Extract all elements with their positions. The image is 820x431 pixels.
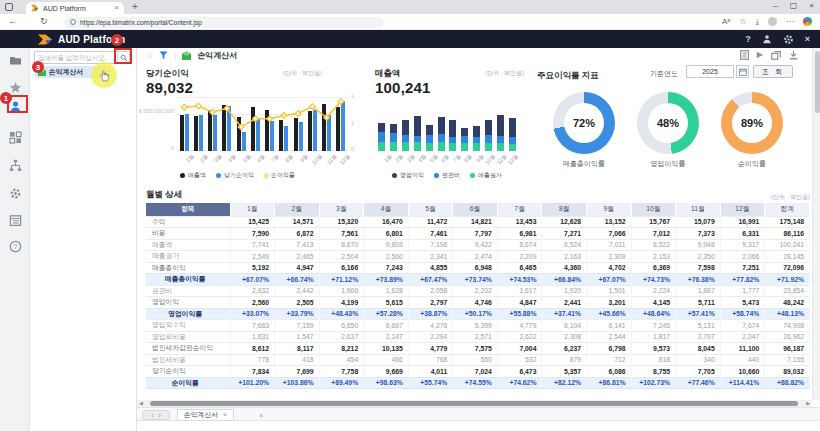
maximize-icon[interactable]: ▢ [790,1,798,10]
tab-next-icon[interactable]: › [159,412,161,419]
downloads-icon[interactable]: ⤓ [755,16,759,27]
매출액-bar [222,105,226,151]
scroll-right-icon[interactable]: ▶ [806,400,810,407]
help-icon[interactable]: ? [745,35,751,44]
bottom-tab-bar: ‹ › 손익계산서 × × [137,407,820,421]
close-all-tabs-icon[interactable]: × [259,412,263,420]
매출액-bar [194,116,198,151]
column-header: 9월 [587,203,632,216]
bar-group [320,104,334,151]
stacked-bar [414,116,421,151]
cell-value: +55.88% [497,308,542,320]
row-label: 매출총이익 [146,262,230,274]
read-aloud-icon[interactable]: Aᵃ [722,16,730,27]
report-tab-active[interactable]: 손익계산서 × [177,409,234,421]
cell-value: 16,470 [364,216,409,228]
cell-value: +74.53% [497,274,542,286]
copilot-icon[interactable] [803,17,812,26]
cell-value: 7,683 [230,320,275,332]
address-bar[interactable]: https://epa.bimatrix.com/portal/Content.… [64,17,384,28]
open-window-icon[interactable] [771,51,781,60]
browser-tab[interactable]: AUD Platform × [26,2,124,14]
reload-icon[interactable]: ↻ [40,16,48,26]
help-circle-icon[interactable]: ? [9,240,22,253]
dashboard-grid-icon[interactable] [9,131,22,144]
x-tick: 9월 [470,152,482,168]
bar-group [248,107,262,151]
stacked-bar [473,126,480,151]
x-tick: 4월 [413,152,425,168]
close-app-icon[interactable]: × [805,35,810,44]
cell-value: 2,549 [230,251,275,263]
breadcrumb: ☆ | 손익계산서 [146,50,237,61]
cell-value: 7,674 [720,320,765,332]
minimize-icon[interactable]: – [773,1,777,10]
tab-search-icon[interactable] [5,3,13,11]
sitemap-icon[interactable] [9,159,22,172]
cell-value: 100,241 [765,239,810,251]
tab-prev-icon[interactable]: ‹ [151,412,153,419]
cell-value: 72,096 [765,262,810,274]
scroll-left-icon[interactable]: ◀ [139,400,143,407]
document-icon[interactable] [740,50,749,60]
report-tab-close-icon[interactable]: × [223,411,227,419]
매출원가-segment [402,142,409,151]
cell-value: 4,011 [408,366,453,378]
x-tick: 9월 [291,152,305,168]
cell-value: 5,711 [676,297,721,309]
cell-value: 818 [631,354,676,366]
favorite-star-icon[interactable]: ☆ [146,51,153,60]
site-info-icon[interactable] [70,19,76,25]
calendar-picker-button[interactable] [736,65,749,78]
kpi3-title: 주요이익률 지표 [537,70,599,82]
cursor-highlight [91,62,117,88]
run-icon[interactable]: ▶ [757,51,763,59]
cell-value: 5,473 [720,297,765,309]
cell-value: 7,271 [542,228,587,240]
new-tab-button[interactable]: + [132,1,138,12]
folder-icon[interactable] [9,54,22,67]
donut-ring: 48% [637,92,699,154]
cell-value: 26,962 [765,331,810,343]
favorites-star-icon[interactable] [9,81,22,94]
close-window-icon[interactable]: × [809,1,814,10]
horizontal-scroll-thumb[interactable] [150,401,798,406]
legend-item: 순이익률 [264,171,295,180]
cell-value: +57.28% [364,308,409,320]
cell-value: 6,948 [453,262,498,274]
user-icon[interactable] [762,34,772,44]
cell-value: 1,887 [676,285,721,297]
search-query-button[interactable]: 조 회 [753,65,793,78]
settings-gear-icon[interactable] [9,187,22,200]
back-icon[interactable]: ← [8,16,17,26]
cell-value: 5,399 [453,320,498,332]
table-row-비용: 비용7,5906,8727,5616,8017,4617,7976,9817,2… [146,228,810,240]
table-row-매출총이익: 매출총이익5,1924,9476,1667,2434,8556,9486,465… [146,262,810,274]
column-header: 12월 [720,203,765,216]
cell-value: 7,243 [364,262,409,274]
vertical-scroll-thumb[interactable] [815,51,820,113]
browser-tab-title: AUD Platform [43,5,110,12]
horizontal-scrollbar[interactable]: ◀ ▶ [137,400,812,407]
profile-avatar[interactable] [768,17,777,26]
cell-value: 6,166 [319,262,364,274]
gear-icon[interactable] [783,34,794,45]
row-label: 판관비 [146,285,230,297]
download-icon[interactable] [789,50,798,60]
당기순이익-bar [227,106,231,151]
schedule-icon[interactable] [9,214,22,227]
browser-tab-strip: AUD Platform × + – ▢ × [0,0,820,14]
column-header: 11월 [676,203,721,216]
filter-funnel-icon[interactable] [159,51,168,60]
column-header: 7월 [497,203,542,216]
tab-close-icon[interactable]: × [114,4,119,12]
cell-value: 3,201 [587,297,632,309]
row-label: 매출원가 [146,251,230,263]
legend-item: 당기순이익 [216,171,254,180]
base-year-input[interactable] [686,65,734,78]
more-menu-icon[interactable]: ⋯ [786,16,794,27]
cell-value: 1,547 [275,331,320,343]
cell-value: +71.92% [765,274,810,286]
vertical-scrollbar[interactable] [812,48,820,400]
bookmark-star-icon[interactable]: ☆ [739,16,746,27]
